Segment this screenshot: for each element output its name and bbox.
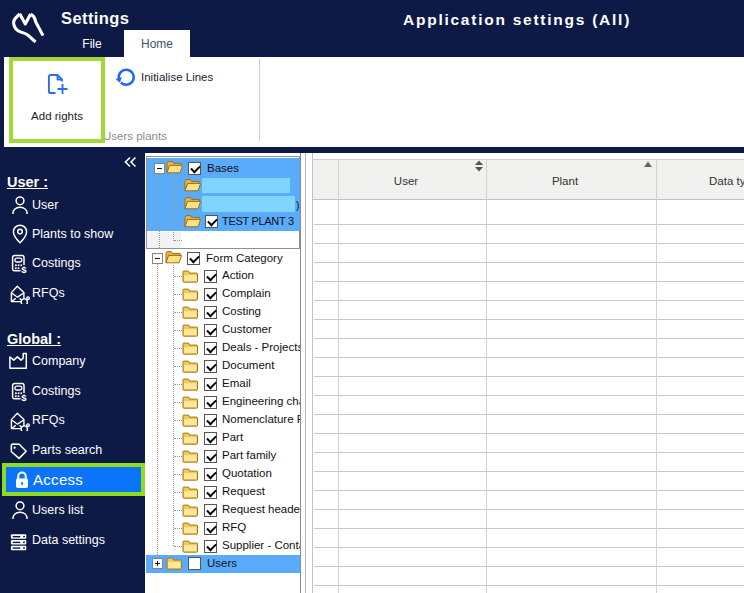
svg-text:$: $	[21, 264, 27, 274]
svg-text:$: $	[21, 392, 27, 402]
